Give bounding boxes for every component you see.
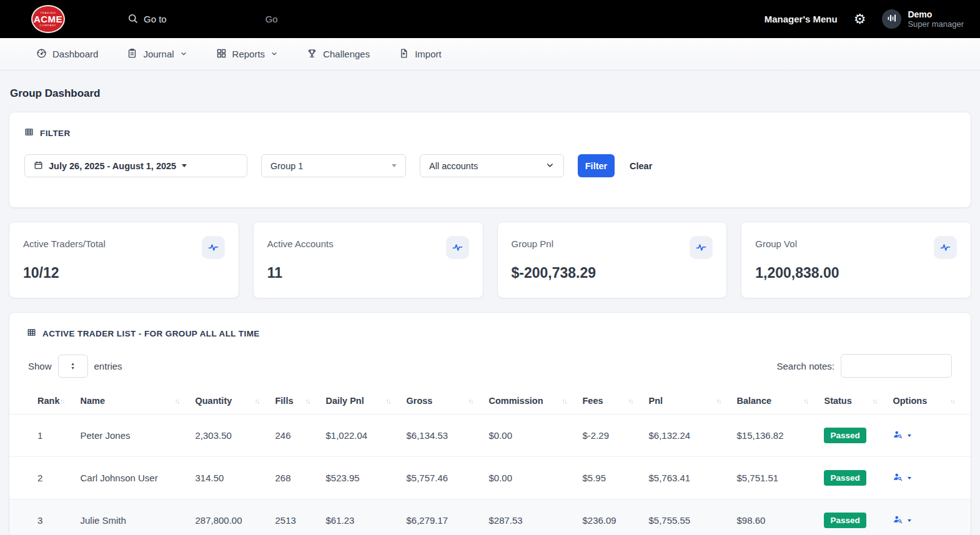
group-select[interactable]: Group 1 (261, 154, 406, 177)
user-name: Demo (908, 9, 964, 19)
stat-label: Active Accounts (267, 236, 334, 249)
cell-options (893, 457, 971, 499)
sort-icon[interactable]: ↑↓ (803, 397, 808, 405)
accounts-select[interactable]: All accounts (420, 154, 564, 177)
column-label: Gross (406, 396, 432, 406)
column-label: Rank (37, 396, 59, 406)
main-content: Group Dashboard FILTER Ju (0, 87, 980, 535)
cell-daily_pnl: $1,022.04 (325, 415, 406, 457)
date-range-picker[interactable]: July 26, 2025 - August 1, 2025 (24, 154, 247, 177)
stat-card-active-accounts: Active Accounts 11 (253, 222, 483, 298)
column-label: Balance (736, 396, 771, 406)
pulse-icon (690, 236, 713, 259)
sort-icon[interactable]: ↑↓ (562, 397, 566, 405)
global-search[interactable]: Go to (127, 13, 167, 26)
cell-quantity: 314.50 (195, 457, 275, 499)
stat-value: $-200,738.29 (512, 265, 713, 282)
clear-button[interactable]: Clear (630, 161, 652, 171)
cell-commission: $0.00 (488, 415, 582, 457)
table-header-row: Rank↑↓Name↑↓Quantity↑↓Fills↑↓Daily Pnl↑↓… (9, 388, 971, 415)
column-header-gross[interactable]: Gross↑↓ (406, 388, 488, 415)
options-menu-button[interactable] (893, 514, 964, 527)
stat-label: Group Pnl (512, 236, 554, 249)
trader-list-title: ACTIVE TRADER LIST - FOR GROUP ALL ALL T… (9, 328, 971, 339)
cell-status: Passed (824, 457, 893, 499)
page-title: Group Dashboard (10, 87, 971, 100)
column-header-quantity[interactable]: Quantity↑↓ (195, 388, 275, 415)
table-row: 2Carl Johnson User314.50268$523.95$5,757… (9, 457, 971, 499)
tab-label: Reports (232, 49, 265, 59)
column-label: Daily Pnl (325, 396, 364, 406)
table-controls: Show ▴▾ entries Search notes: (9, 354, 971, 378)
column-header-pnl[interactable]: Pnl↑↓ (648, 388, 736, 415)
status-badge: Passed (824, 470, 866, 486)
tab-challenges[interactable]: Challenges (307, 48, 370, 61)
accounts-select-value: All accounts (429, 161, 478, 171)
managers-menu-link[interactable]: Manager's Menu (765, 14, 838, 24)
cell-balance: $98.60 (736, 499, 824, 535)
table-row: 3Julie Smith287,800.002513$61.23$6,279.1… (9, 499, 971, 535)
options-menu-button[interactable] (893, 429, 964, 442)
column-label: Name (80, 396, 105, 406)
sort-icon[interactable]: ↑↓ (468, 397, 472, 405)
trophy-icon (307, 48, 317, 61)
column-header-daily-pnl[interactable]: Daily Pnl↑↓ (325, 388, 406, 415)
chevron-down-icon (270, 49, 278, 59)
stat-card-group-pnl: Group Pnl $-200,738.29 (497, 222, 728, 298)
column-header-balance[interactable]: Balance↑↓ (736, 388, 824, 415)
column-header-fills[interactable]: Fills↑↓ (275, 388, 325, 415)
tab-label: Dashboard (52, 49, 98, 59)
column-header-rank[interactable]: Rank↑↓ (9, 388, 80, 415)
sort-icon[interactable]: ↑↓ (716, 397, 720, 405)
date-range-value: July 26, 2025 - August 1, 2025 (49, 161, 176, 171)
sort-icon[interactable]: ↑↓ (174, 397, 179, 405)
user-menu[interactable]: Demo Super manager (882, 9, 964, 29)
table-grid-icon (24, 127, 34, 139)
cell-fees: $5.95 (582, 457, 648, 499)
cell-rank: 1 (9, 415, 80, 457)
tab-import[interactable]: Import (398, 48, 442, 61)
entries-select[interactable]: ▴▾ (58, 355, 88, 378)
column-header-options[interactable]: Options↑↓ (893, 388, 971, 415)
table-grid-icon (27, 328, 36, 339)
column-header-name[interactable]: Name↑↓ (80, 388, 195, 415)
cell-quantity: 287,800.00 (195, 499, 275, 535)
cell-name: Julie Smith (80, 499, 195, 535)
sort-icon[interactable]: ↑↓ (305, 397, 309, 405)
sort-icon[interactable]: ↑↓ (385, 397, 390, 405)
stat-value: 10/12 (23, 265, 225, 282)
pulse-icon (446, 236, 469, 259)
search-notes-input[interactable] (841, 354, 952, 378)
column-header-commission[interactable]: Commission↑↓ (488, 388, 582, 415)
column-header-fees[interactable]: Fees↑↓ (582, 388, 648, 415)
cell-fees: $236.09 (582, 499, 648, 535)
options-menu-button[interactable] (893, 472, 964, 484)
cell-commission: $0.00 (488, 457, 582, 499)
entries-label: entries (94, 361, 122, 371)
tab-dashboard[interactable]: Dashboard (36, 48, 98, 61)
cell-daily_pnl: $523.95 (325, 457, 406, 499)
column-header-status[interactable]: Status↑↓ (824, 388, 893, 415)
column-label: Fills (275, 396, 293, 406)
acme-logo[interactable]: TRADING ACME COMPANY (31, 5, 65, 33)
sort-icon[interactable]: ↑↓ (59, 397, 64, 405)
cell-gross: $6,279.17 (406, 499, 488, 535)
avatar (882, 9, 901, 29)
sort-icon[interactable]: ↑↓ (628, 397, 632, 405)
filter-button[interactable]: Filter (578, 154, 615, 177)
sort-icon[interactable]: ↑↓ (254, 397, 259, 405)
gear-icon[interactable]: ⚙ (854, 12, 866, 26)
chevron-down-icon (545, 160, 555, 172)
sort-icon[interactable]: ↑↓ (872, 397, 876, 405)
calendar-icon (34, 160, 43, 172)
go-button[interactable]: Go (265, 14, 278, 24)
tab-journal[interactable]: Journal (127, 48, 187, 61)
search-notes-label: Search notes: (776, 361, 834, 371)
stepper-icon: ▴▾ (72, 361, 74, 370)
sort-icon[interactable]: ↑↓ (950, 397, 954, 405)
column-label: Quantity (195, 396, 232, 406)
tab-reports[interactable]: Reports (216, 48, 279, 61)
chevron-down-icon (180, 49, 187, 59)
cell-rank: 3 (9, 499, 80, 535)
user-text: Demo Super manager (908, 9, 964, 29)
